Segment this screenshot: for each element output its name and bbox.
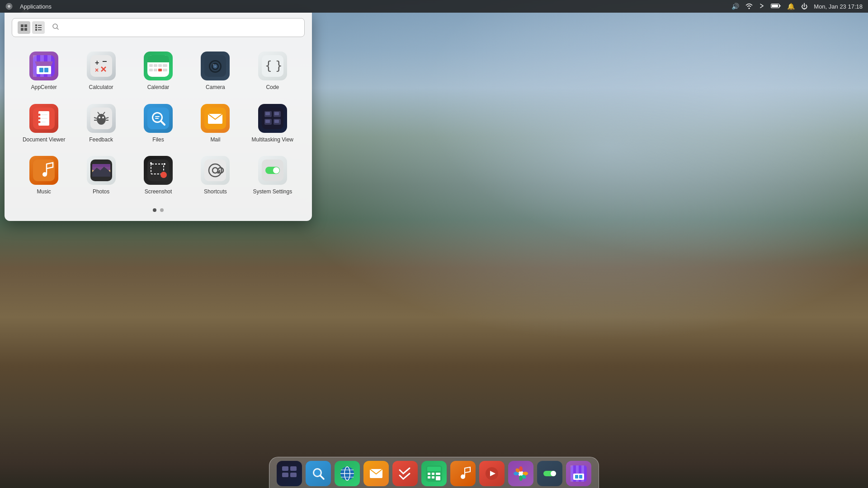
bluetooth-icon	[759, 2, 764, 11]
mail-label: Mail	[210, 136, 220, 144]
pagination	[12, 208, 305, 212]
svg-point-1	[8, 5, 10, 8]
search-icon	[52, 23, 59, 32]
menubar-left: Applications	[5, 3, 52, 10]
svg-rect-16	[33, 55, 37, 77]
svg-point-136	[551, 471, 556, 476]
system-settings-label: System Settings	[253, 188, 292, 196]
app-item-document-viewer[interactable]: Document Viewer	[15, 97, 72, 149]
svg-rect-72	[155, 118, 159, 119]
svg-rect-89	[92, 164, 110, 167]
svg-point-60	[102, 117, 104, 118]
dock-item-toggle[interactable]	[537, 461, 562, 486]
system-settings-icon	[258, 156, 287, 185]
app-item-multitasking[interactable]: Multitasking View	[244, 97, 301, 149]
power-icon: ⏻	[801, 3, 807, 10]
dock-item-appcenter[interactable]	[566, 461, 591, 486]
svg-rect-56	[41, 122, 46, 122]
music-label: Music	[37, 188, 51, 196]
svg-rect-141	[573, 474, 584, 480]
app-name[interactable]: Applications	[20, 3, 52, 10]
svg-rect-143	[579, 475, 582, 479]
app-item-appcenter[interactable]: AppCenter	[15, 44, 72, 97]
svg-rect-33	[158, 64, 162, 67]
dock-item-music[interactable]	[450, 461, 476, 486]
svg-rect-138	[571, 465, 573, 482]
list-view-button[interactable]	[32, 21, 45, 34]
search-input[interactable]	[63, 24, 299, 32]
app-item-code[interactable]: { } Code	[244, 44, 301, 97]
dock-item-mail[interactable]	[363, 461, 389, 486]
svg-point-85	[42, 172, 47, 177]
photos-label: Photos	[93, 188, 109, 196]
svg-point-92	[160, 172, 167, 178]
app-item-calculator[interactable]: + − × Calculator	[72, 44, 129, 97]
datetime: Mon, Jan 23 17:18	[814, 3, 863, 10]
dock-item-tasks[interactable]	[392, 461, 418, 486]
svg-point-69	[153, 113, 161, 122]
view-toggle	[18, 21, 45, 34]
svg-rect-118	[428, 473, 430, 475]
menubar: Applications 🔊 �	[0, 0, 868, 13]
svg-rect-30	[147, 59, 169, 62]
svg-rect-5	[24, 24, 27, 27]
app-item-camera[interactable]: Camera	[187, 44, 244, 97]
document-viewer-label: Document Viewer	[23, 136, 66, 144]
svg-rect-10	[35, 27, 37, 28]
appcenter-label: AppCenter	[31, 84, 57, 91]
dock-item-photos[interactable]	[508, 461, 533, 486]
notification-icon: 🔔	[787, 3, 795, 10]
svg-rect-71	[155, 116, 160, 117]
svg-rect-120	[436, 473, 440, 475]
dock-item-browser[interactable]	[335, 461, 360, 486]
svg-rect-83	[274, 120, 279, 123]
app-item-system-settings[interactable]: System Settings	[244, 149, 301, 201]
app-item-mail[interactable]: Mail	[187, 97, 244, 149]
app-item-music[interactable]: Music	[15, 149, 72, 201]
calculator-icon: + − ×	[87, 52, 116, 80]
dock-item-multitask[interactable]	[277, 461, 302, 486]
feedback-icon	[87, 104, 116, 133]
mail-icon	[201, 104, 230, 133]
svg-point-59	[99, 117, 100, 118]
svg-rect-6	[21, 28, 24, 31]
svg-point-134	[519, 472, 523, 475]
files-icon	[144, 104, 173, 133]
svg-rect-82	[265, 120, 270, 123]
pagination-dot-2[interactable]	[160, 208, 164, 212]
dock-item-video[interactable]	[479, 461, 505, 486]
svg-rect-19	[37, 66, 51, 74]
svg-line-109	[321, 476, 324, 479]
calendar-label: Calendar	[147, 84, 170, 91]
svg-text:−: −	[102, 57, 107, 66]
svg-rect-7	[24, 28, 27, 31]
pagination-dot-1[interactable]	[153, 208, 156, 212]
app-item-shortcuts[interactable]: Shortcuts	[187, 149, 244, 201]
svg-rect-37	[158, 69, 162, 71]
app-menu-icon	[5, 3, 13, 10]
app-item-screenshot[interactable]: Screenshot	[130, 149, 187, 201]
volume-icon: 🔊	[731, 3, 739, 10]
app-item-photos[interactable]: Photos	[72, 149, 129, 201]
app-launcher: AppCenter + − × Calculator	[5, 13, 312, 221]
dock-item-search[interactable]	[306, 461, 331, 486]
wifi-icon	[745, 3, 753, 10]
app-item-feedback[interactable]: Feedback	[72, 97, 129, 149]
grid-view-button[interactable]	[18, 21, 30, 34]
dock-item-calc[interactable]	[421, 461, 447, 486]
svg-rect-119	[432, 473, 434, 475]
svg-text:+: +	[95, 59, 99, 66]
svg-rect-103	[282, 466, 288, 471]
svg-rect-36	[154, 69, 157, 71]
svg-rect-121	[428, 476, 430, 479]
svg-rect-117	[427, 467, 441, 471]
battery-icon	[771, 3, 781, 10]
app-item-calendar[interactable]: Calendar	[130, 44, 187, 97]
app-item-files[interactable]: Files	[130, 97, 187, 149]
svg-rect-13	[38, 29, 42, 30]
svg-rect-105	[282, 473, 288, 477]
svg-point-53	[38, 121, 41, 123]
svg-rect-35	[149, 69, 153, 71]
svg-rect-104	[290, 466, 297, 471]
svg-rect-80	[265, 112, 270, 115]
